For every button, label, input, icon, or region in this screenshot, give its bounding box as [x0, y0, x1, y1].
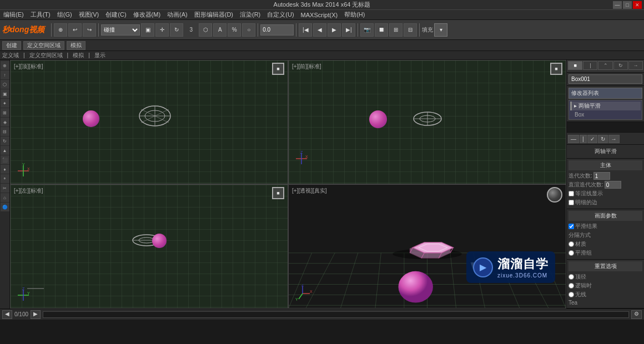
tb-btn-cam[interactable]: 📷 [360, 23, 374, 37]
bb-nav-right[interactable]: ▶ [31, 310, 41, 319]
lt-btn-6[interactable]: ⊞ [1, 108, 9, 117]
tb-btn-3[interactable]: ↪ [83, 23, 96, 37]
rp-isolines-check[interactable] [568, 200, 574, 205]
rp-smoothlines-check[interactable] [568, 191, 574, 196]
rp-tab-modify[interactable]: ■ [568, 61, 582, 70]
tb2-space[interactable]: 定义空间区域 [23, 41, 64, 50]
menu-render[interactable]: 渲染(R) [237, 10, 264, 19]
rp-iter-input[interactable] [593, 172, 610, 180]
rp-preview [567, 122, 644, 133]
menu-customize[interactable]: 自定义(U) [264, 10, 297, 19]
rp-modifier-list[interactable]: 修改器列表 [568, 88, 642, 99]
maximize-button[interactable]: □ [623, 1, 632, 9]
lt-btn-4[interactable]: ▣ [1, 89, 9, 98]
tb-btn-select[interactable]: ▣ [141, 23, 154, 37]
lt-btn-3[interactable]: ⬡ [1, 80, 9, 89]
tb2-create[interactable]: 创建 [2, 41, 21, 50]
bb-nav-left[interactable]: ◀ [2, 310, 12, 319]
rp-tab-display[interactable]: → [628, 61, 643, 70]
rp-subdiv-row: 直渲迭代次数: [568, 180, 642, 189]
rp-smooth-group-radio[interactable] [568, 250, 574, 256]
tb-btn-b[interactable]: % [228, 23, 241, 37]
rp-iteration-row: 迭代次数: [568, 171, 642, 180]
lt-btn-16[interactable]: 🔵 [1, 203, 9, 211]
menu-view[interactable]: 视图(V) [76, 10, 103, 19]
rp-tab-create[interactable]: | [583, 61, 597, 70]
lt-btn-12[interactable]: ♦ [1, 165, 9, 174]
svg-text:X: X [310, 290, 313, 294]
tb-btn-end[interactable]: ▶| [342, 23, 355, 37]
minimize-button[interactable]: — [613, 1, 622, 9]
tb-fill-select[interactable]: ▾ [434, 23, 447, 37]
menu-create[interactable]: 创建(C) [102, 10, 129, 19]
svg-text:Y: Y [27, 291, 30, 295]
lt-btn-11[interactable]: ⬛ [1, 155, 9, 164]
tb-btn-1[interactable]: ⊕ [54, 23, 67, 37]
menu-group[interactable]: 组(G) [54, 10, 76, 19]
menu-tools[interactable]: 工具(T) [27, 10, 54, 19]
viewport-top[interactable]: [+][顶][标准] ■ X Y [10, 60, 288, 184]
close-button[interactable]: ✕ [633, 1, 642, 9]
rp-vertex-radio[interactable] [568, 274, 574, 280]
menu-help[interactable]: 帮助(H) [341, 10, 368, 19]
nav-sep-3: | [88, 52, 90, 58]
menu-bar: 编辑(E) 工具(T) 组(G) 视图(V) 创建(C) 修改器(M) 动画(A… [0, 10, 644, 20]
rp-action-minus[interactable]: — [568, 135, 579, 143]
nav-bar: 定义域 | 定义空间区域 | 模拟 | 显示 [0, 51, 644, 60]
window-controls[interactable]: — □ ✕ [613, 1, 642, 9]
tb-btn-2[interactable]: ↩ [68, 23, 82, 37]
select-mode-dropdown[interactable]: 碰撞 [101, 24, 140, 36]
menu-graph-editor[interactable]: 图形编辑器(D) [191, 10, 237, 19]
tb-btn-prev[interactable]: ◀ [313, 23, 326, 37]
lt-btn-9[interactable]: ↻ [1, 136, 9, 145]
menu-edit[interactable]: 编辑(E) [0, 10, 27, 19]
tb-btn-play[interactable]: |◀ [299, 23, 312, 37]
rp-action-reload[interactable]: ↻ [598, 135, 608, 143]
menu-animation[interactable]: 动画(A) [164, 10, 191, 19]
tb-btn-misc1[interactable]: ⊞ [389, 23, 402, 37]
rp-action-check[interactable]: ✓ [587, 135, 597, 143]
tb-btn-move[interactable]: ✛ [155, 23, 169, 37]
lt-btn-5[interactable]: ✦ [1, 99, 9, 108]
viewport-perspective[interactable]: [+][透视][真实] X Y Z [288, 184, 566, 308]
tb-btn-a[interactable]: A [213, 23, 227, 37]
lt-btn-7[interactable]: ◈ [1, 118, 9, 127]
lt-btn-15[interactable]: ⌂ [1, 193, 9, 202]
tb2-sim[interactable]: 模拟 [67, 41, 85, 50]
sphere-front-view [369, 110, 387, 128]
tb-btn-next[interactable]: ▶ [328, 23, 341, 37]
rp-edge-radio[interactable] [568, 283, 574, 289]
rp-tab-hier[interactable]: ⌃ [598, 61, 612, 70]
rp-tab-motion[interactable]: ↻ [613, 61, 628, 70]
tb-btn-c[interactable]: ○ [242, 23, 255, 37]
lt-btn-8[interactable]: ⊟ [1, 127, 9, 136]
lt-btn-1[interactable]: ⊕ [1, 61, 9, 70]
rp-action-bar[interactable]: | [580, 135, 587, 143]
viewport-front[interactable]: [+][前][标准] ■ X Z [288, 60, 566, 184]
rp-material-radio[interactable] [568, 241, 574, 247]
tb-btn-scale[interactable]: ⬡ [199, 23, 212, 37]
viewport-left[interactable]: [+][左][标准] ■ Y Z [10, 184, 288, 308]
rp-modifier-item-2[interactable]: Box [570, 111, 641, 118]
rp-smoothing-title: 两轴平滑 [568, 146, 642, 156]
rp-modifier-item-1[interactable]: ▸ 两轴平滑 [570, 102, 641, 110]
lt-btn-14[interactable]: ✂ [1, 184, 9, 193]
rp-face-radio[interactable] [568, 292, 574, 297]
rp-reset-section: 重置选项 顶径 逻辑时 无线 Tea [567, 260, 644, 308]
right-panel: ■ | ⌃ ↻ → Box001 修改器列表 ▸ 两轴平滑 Box [566, 60, 644, 308]
toolbar-input-value[interactable] [260, 24, 294, 36]
bb-timeline[interactable] [43, 311, 629, 318]
tb-btn-misc2[interactable]: ⊟ [404, 23, 417, 37]
rp-subdiv-input[interactable] [605, 181, 621, 189]
menu-maxscript[interactable]: MAXScript(X) [298, 10, 341, 19]
menu-modifier[interactable]: 修改器(M) [130, 10, 164, 19]
lt-btn-2[interactable]: ↑ [1, 70, 9, 79]
rp-smooth-check[interactable] [568, 224, 574, 229]
bb-settings[interactable]: ⚙ [631, 310, 642, 319]
axis-tl: X Y [15, 163, 32, 179]
tb-btn-snap[interactable]: 🔲 [375, 23, 388, 37]
lt-btn-13[interactable]: ⚬ [1, 174, 9, 183]
lt-btn-10[interactable]: ▲ [1, 146, 9, 155]
tb-btn-rotate[interactable]: ↻ [170, 23, 183, 37]
rp-action-arrow[interactable]: → [608, 135, 620, 143]
